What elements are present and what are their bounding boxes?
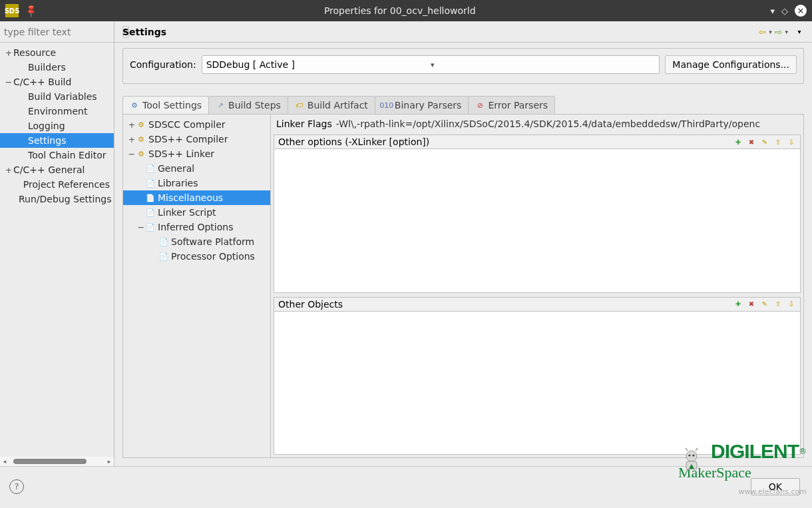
ok-button[interactable]: OK [751,478,800,495]
page-icon: 📄 [146,164,155,173]
close-icon[interactable]: ✕ [795,5,807,17]
add-icon[interactable]: ✚ [733,300,743,309]
other-options-label: Other options (-XLinker [option]) [278,136,733,147]
move-down-icon[interactable]: ⇩ [787,137,796,146]
tool-item-label: General [158,163,194,174]
tool-item-processor-options[interactable]: 📄Processor Options [123,249,270,264]
move-up-icon[interactable]: ⇧ [773,300,783,309]
edit-icon[interactable]: ✎ [760,137,769,146]
tool-item-libraries[interactable]: 📄Libraries [123,176,270,190]
nav-item-run-debug-settings[interactable]: Run/Debug Settings [0,192,114,206]
linker-flags-label: Linker Flags [276,119,332,129]
expand-icon[interactable]: + [127,120,136,130]
gear-icon: ⚙ [130,101,139,110]
tool-item-software-platform[interactable]: 📄Software Platform [123,234,270,249]
tool-item-label: SDS++ Linker [148,148,214,159]
other-options-list[interactable] [274,149,801,293]
tab-build-artifact[interactable]: 🏷 Build Artifact [288,96,375,114]
nav-item-logging[interactable]: Logging [0,119,114,133]
error-icon: ⊘ [475,101,485,110]
scroll-thumb[interactable] [13,459,87,464]
page-icon: 📄 [146,222,155,232]
configuration-group: Configuration: SDDebug [ Active ] ▾ Mana… [122,48,804,84]
help-button[interactable]: ? [9,479,24,494]
tool-settings-tree: +⚙SDSCC Compiler+⚙SDS++ Compiler−⚙SDS++ … [123,115,271,457]
nav-item-tool-chain-editor[interactable]: Tool Chain Editor [0,148,114,162]
tab-binary-parsers[interactable]: 010 Binary Parsers [375,96,469,114]
expand-icon[interactable]: + [127,134,136,144]
bottom-bar: ? OK [0,466,812,506]
nav-item-builders[interactable]: Builders [0,60,114,75]
move-down-icon[interactable]: ⇩ [787,300,796,309]
edit-icon[interactable]: ✎ [760,300,769,309]
delete-icon[interactable]: ✖ [747,137,756,146]
minimize-icon[interactable]: ▾ [770,6,775,16]
page-icon: 📄 [146,178,155,188]
nav-forward-button[interactable]: ⇨ [775,27,783,37]
app-icon: SDS [5,4,19,17]
nav-item-project-references[interactable]: Project References [0,177,114,192]
nav-item-c-c-build[interactable]: −C/C++ Build [0,75,114,89]
tab-tool-settings[interactable]: ⚙ Tool Settings [122,96,209,114]
gear-icon: ⚙ [136,120,146,129]
tool-item-general[interactable]: 📄General [123,161,270,176]
add-icon[interactable]: ✚ [733,137,743,146]
nav-back-button[interactable]: ⇦ [758,27,766,37]
binary-icon: 010 [382,101,391,110]
nav-item-label: Run/Debug Settings [19,194,111,204]
other-objects-header: Other Objects ✚ ✖ ✎ ⇧ ⇩ [274,297,801,312]
other-objects-list[interactable] [274,312,801,455]
gear-icon: ⚙ [136,149,146,158]
nav-item-resource[interactable]: +Resource [0,45,114,60]
tool-item-label: Linker Script [158,207,216,218]
collapse-icon[interactable]: − [136,222,146,232]
other-options-header: Other options (-XLinker [option]) ✚ ✖ ✎ … [274,134,801,149]
tab-build-steps[interactable]: ↗ Build Steps [208,96,288,114]
nav-item-label: Resource [13,47,56,58]
collapse-icon[interactable]: − [4,77,13,87]
move-up-icon[interactable]: ⇧ [773,137,783,146]
tool-item-miscellaneous[interactable]: 📄Miscellaneous [123,190,270,205]
tool-item-label: Miscellaneous [158,192,223,203]
other-objects-label: Other Objects [278,299,733,310]
filter-input[interactable] [4,27,120,37]
window-title: Properties for 00_ocv_helloworld [36,5,763,16]
nav-item-c-c-general[interactable]: +C/C++ General [0,162,114,177]
tab-error-parsers[interactable]: ⊘ Error Parsers [468,96,555,114]
tool-item-sds-linker[interactable]: −⚙SDS++ Linker [123,146,270,161]
nav-item-label: Tool Chain Editor [28,150,106,160]
nav-item-settings[interactable]: Settings [0,133,114,148]
nav-back-menu-icon[interactable]: ▾ [769,29,772,35]
nav-item-label: C/C++ Build [13,77,71,87]
view-menu-icon[interactable]: ▾ [795,27,804,37]
nav-item-environment[interactable]: Environment [0,104,114,119]
nav-item-label: Builders [28,62,66,73]
configuration-value: SDDebug [ Active ] [206,59,431,70]
tool-detail-pane: Linker Flags -Wl\,-rpath-link=/opt/Xilin… [271,115,803,457]
manage-configurations-button[interactable]: Manage Configurations... [665,55,797,74]
tool-item-label: Inferred Options [158,222,233,232]
tool-item-linker-script[interactable]: 📄Linker Script [123,205,270,220]
nav-item-build-variables[interactable]: Build Variables [0,89,114,104]
expand-icon[interactable]: + [4,48,13,58]
linker-flags-input[interactable]: -Wl\,-rpath-link=/opt/Xilinx/SDSoC/2015.… [336,119,798,129]
configuration-select[interactable]: SDDebug [ Active ] ▾ [202,55,660,74]
nav-item-label: Build Variables [28,91,97,102]
tool-item-sdscc-compiler[interactable]: +⚙SDSCC Compiler [123,117,270,132]
chevron-down-icon: ▾ [431,61,655,69]
sidebar-scrollbar[interactable]: ◂ ▸ [0,457,114,466]
collapse-icon[interactable]: − [127,149,136,159]
delete-icon[interactable]: ✖ [747,300,756,309]
expand-icon[interactable]: + [4,165,13,175]
nav-forward-menu-icon[interactable]: ▾ [785,29,788,35]
page-icon: 📄 [146,193,155,202]
steps-icon: ↗ [216,101,225,110]
scroll-right-icon[interactable]: ▸ [106,458,112,465]
tool-item-sds-compiler[interactable]: +⚙SDS++ Compiler [123,132,270,146]
scroll-left-icon[interactable]: ◂ [1,458,8,465]
maximize-icon[interactable]: ◇ [781,6,788,16]
nav-item-label: Logging [28,121,65,131]
tool-item-inferred-options[interactable]: −📄Inferred Options [123,220,270,234]
left-nav: ✕ +ResourceBuilders−C/C++ BuildBuild Var… [0,21,114,466]
nav-item-label: C/C++ General [13,164,85,175]
